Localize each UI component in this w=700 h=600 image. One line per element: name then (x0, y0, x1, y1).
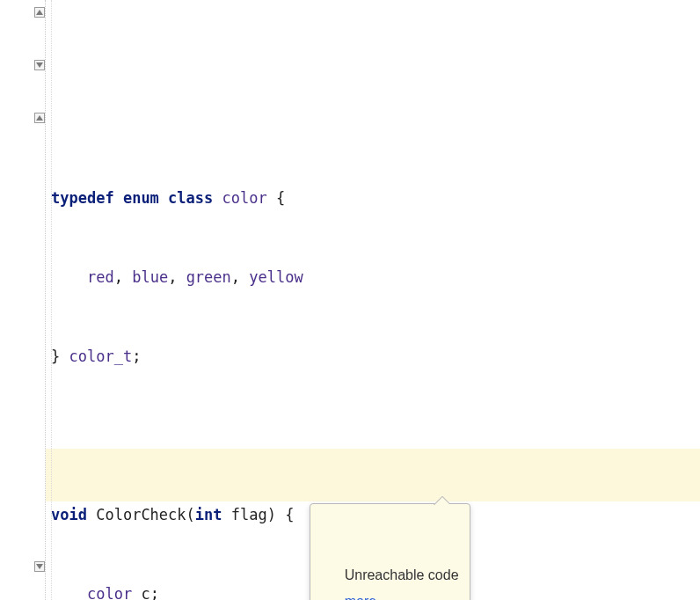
warning-row-highlight (46, 449, 700, 475)
code-line: } color_t; (51, 343, 700, 370)
fold-marker-icon[interactable] (34, 113, 45, 123)
svg-marker-1 (36, 62, 43, 68)
svg-marker-0 (36, 10, 43, 15)
svg-marker-3 (36, 564, 43, 569)
code-editor[interactable]: typedef enum class color { red, blue, gr… (0, 0, 700, 600)
indent-guide (51, 0, 52, 600)
tooltip-more-link[interactable]: more… (345, 594, 390, 600)
inspection-tooltip: Unreachable code more… (⌘F1) (310, 503, 470, 600)
fold-marker-icon[interactable] (34, 60, 45, 70)
tooltip-text: Unreachable code (345, 567, 459, 582)
code-line: typedef enum class color { (51, 185, 700, 211)
code-line: red, blue, green, yellow (51, 264, 700, 290)
warning-row-highlight (46, 475, 700, 501)
svg-marker-2 (36, 115, 43, 121)
tooltip-arrow-icon (434, 496, 449, 505)
fold-marker-icon[interactable] (34, 7, 45, 18)
fold-marker-icon[interactable] (34, 561, 45, 572)
code-line (51, 422, 700, 449)
gutter (0, 0, 46, 600)
code-area[interactable]: typedef enum class color { red, blue, gr… (46, 0, 700, 600)
